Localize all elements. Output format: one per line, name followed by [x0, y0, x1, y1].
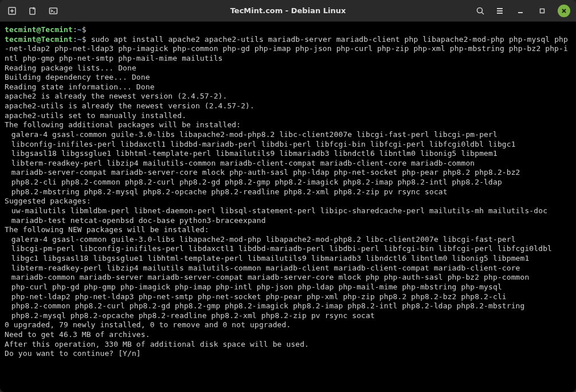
prompt-symbol: $	[82, 25, 87, 34]
command-text: sudo apt install apache2 apache2-utils m…	[5, 35, 568, 62]
continue-prompt: Do you want to continue? [Y/n]	[5, 349, 141, 358]
output-line: The following additional packages will b…	[5, 120, 241, 129]
svg-line-9	[482, 12, 484, 14]
output-line: apache2-utils is already the newest vers…	[5, 101, 254, 110]
prompt-path: ~	[77, 25, 82, 34]
output-line: php-curl php-gd php-gmp php-imagick php-…	[5, 283, 571, 292]
output-line: php-net-ldap2 php-net-ldap3 php-net-smtp…	[5, 292, 571, 302]
terminal-window: TecMint.com - Debian Linux tecmint@Tecmi…	[0, 0, 576, 392]
output-line: libconfig-inifiles-perl libdaxctl1 libdb…	[5, 140, 571, 150]
output-line: mariadb-server-compat mariadb-server-cor…	[5, 168, 571, 178]
svg-rect-6	[50, 8, 57, 14]
output-line: galera-4 gsasl-common guile-3.0-libs lib…	[5, 235, 571, 245]
output-line: libcgi-pm-perl libconfig-inifiles-perl l…	[5, 244, 571, 254]
output-line: libterm-readkey-perl libzip4 mailutils-c…	[5, 159, 571, 168]
output-line: Suggested packages:	[5, 197, 91, 205]
close-button[interactable]	[558, 5, 570, 17]
maximize-button[interactable]	[536, 5, 548, 17]
titlebar: TecMint.com - Debian Linux	[0, 0, 576, 22]
prompt-separator: :	[73, 25, 77, 34]
output-line: php8.2-cli php8.2-common php8.2-curl php…	[5, 178, 571, 187]
prompt-separator: :	[73, 35, 77, 44]
svg-rect-3	[30, 8, 35, 14]
search-icon[interactable]	[475, 6, 485, 16]
titlebar-left-controls	[7, 6, 58, 16]
terminal-body[interactable]: tecmint@Tecmint:~$ tecmint@Tecmint:~$ su…	[0, 22, 576, 392]
new-window-icon[interactable]	[28, 6, 38, 16]
output-line: mariadb-common mariadb-server mariadb-se…	[5, 273, 571, 283]
prompt-user-host: tecmint@Tecmint	[5, 25, 73, 34]
output-line: libgsasl18 libgssglue1 libhtml-template-…	[5, 149, 571, 159]
prompt-symbol: $	[82, 35, 87, 44]
output-line: apache2 is already the newest version (2…	[5, 92, 227, 100]
new-tab-button[interactable]	[7, 6, 17, 16]
output-line: 0 upgraded, 79 newly installed, 0 to rem…	[5, 320, 291, 329]
output-line: Reading package lists... Done	[5, 64, 136, 72]
prompt-path: ~	[77, 35, 82, 44]
output-line: php8.2-mysql php8.2-opcache php8.2-readl…	[5, 311, 571, 321]
output-line: After this operation, 330 MB of addition…	[5, 340, 309, 348]
output-line: Need to get 46.3 MB of archives.	[5, 330, 150, 339]
output-line: uw-mailutils libmldbm-perl libnet-daemon…	[5, 206, 571, 216]
output-line: apache2-utils set to manually installed.	[5, 111, 186, 120]
output-line: libgc1 libgsasl18 libgssglue1 libhtml-te…	[5, 254, 571, 264]
svg-point-8	[477, 7, 483, 13]
prompt-line-empty: tecmint@Tecmint:~$	[5, 25, 87, 34]
terminal-prompt-icon[interactable]	[48, 6, 58, 16]
output-line: Building dependency tree... Done	[5, 73, 150, 81]
output-line: mariadb-test netcat-openbsd doc-base pyt…	[5, 216, 571, 226]
output-line: php8.2-common php8.2-curl php8.2-gd php8…	[5, 301, 571, 311]
output-line: Reading state information... Done	[5, 83, 155, 91]
output-line: libterm-readkey-perl libzip4 mailutils m…	[5, 264, 571, 273]
output-line: galera-4 gsasl-common guile-3.0-libs lib…	[5, 130, 571, 140]
svg-rect-14	[540, 9, 544, 13]
output-line: The following NEW packages will be insta…	[5, 225, 209, 234]
output-line: php8.2-mbstring php8.2-mysql php8.2-opca…	[5, 187, 571, 197]
titlebar-right-controls	[475, 5, 570, 17]
prompt-line-command: tecmint@Tecmint:~$ sudo apt install apac…	[5, 35, 568, 62]
menu-icon[interactable]	[495, 6, 505, 16]
prompt-user-host: tecmint@Tecmint	[5, 35, 73, 44]
minimize-button[interactable]	[514, 5, 527, 17]
